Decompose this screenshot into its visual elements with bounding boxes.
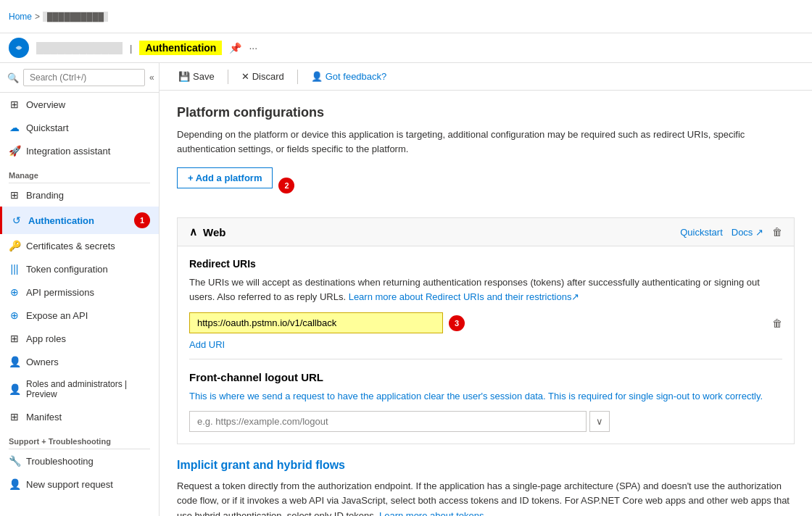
troubleshooting-icon: 🔧 xyxy=(9,455,20,467)
redirect-learn-more-link[interactable]: Learn more about Redirect URIs and their… xyxy=(349,291,580,302)
roles-admins-icon: 👤 xyxy=(9,383,20,395)
web-header-left: ∧ Web xyxy=(189,225,225,238)
more-icon[interactable]: ··· xyxy=(249,42,257,54)
search-icon: 🔍 xyxy=(7,72,19,83)
sidebar-item-branding[interactable]: ⊞ Branding xyxy=(0,183,159,207)
breadcrumb-home[interactable]: Home xyxy=(9,12,32,22)
top-bar: Home > ██████████ xyxy=(0,0,812,33)
sidebar-item-owners[interactable]: 👤 Owners xyxy=(0,350,159,373)
save-icon: 💾 xyxy=(178,71,190,82)
page-title: Authentication xyxy=(139,41,222,55)
manifest-icon: ⊞ xyxy=(9,411,20,423)
redirect-uri-title: Redirect URIs xyxy=(189,258,782,270)
sidebar-item-new-support[interactable]: 👤 New support request xyxy=(0,473,159,496)
web-section: ∧ Web Quickstart Docs ↗ 🗑 Redirect URIs xyxy=(177,217,795,444)
sidebar: 🔍 « ⊞ Overview ☁ Quickstart 🚀 Integratio… xyxy=(0,63,160,516)
delete-web-icon[interactable]: 🗑 xyxy=(772,226,782,238)
web-quickstart-link[interactable]: Quickstart xyxy=(680,227,723,238)
portal-icon xyxy=(9,38,29,58)
sidebar-item-manifest[interactable]: ⊞ Manifest xyxy=(0,405,159,428)
save-button[interactable]: 💾 Save xyxy=(171,67,222,86)
redirect-uri-input[interactable] xyxy=(189,312,443,333)
annotation-3: 3 xyxy=(449,315,465,331)
web-body: Redirect URIs The URIs we will accept as… xyxy=(178,246,794,444)
collapse-web-icon[interactable]: ∧ xyxy=(189,225,197,238)
uri-row: 3 🗑 xyxy=(189,312,782,333)
sidebar-item-authentication[interactable]: ↺ Authentication 1 xyxy=(0,207,159,234)
expose-api-icon: ⊕ xyxy=(9,309,20,321)
main-content: Platform configurations Depending on the… xyxy=(160,91,812,516)
implicit-desc: Request a token directly from the author… xyxy=(177,479,795,517)
certificates-icon: 🔑 xyxy=(9,240,20,251)
manage-section-label: Manage xyxy=(0,162,159,183)
support-section-label: Support + Troubleshooting xyxy=(0,428,159,449)
app-header: ████████████ | Authentication 📌 ··· xyxy=(0,33,812,63)
quickstart-icon: ☁ xyxy=(9,122,20,133)
feedback-button[interactable]: 👤 Got feedback? xyxy=(304,67,394,86)
delete-uri-icon[interactable]: 🗑 xyxy=(772,317,782,329)
token-config-icon: ||| xyxy=(9,263,20,275)
web-header: ∧ Web Quickstart Docs ↗ 🗑 xyxy=(178,218,794,246)
sidebar-item-expose-api[interactable]: ⊕ Expose an API xyxy=(0,304,159,327)
sidebar-item-overview[interactable]: ⊞ Overview xyxy=(0,93,159,116)
sidebar-item-token-config[interactable]: ||| Token configuration xyxy=(0,257,159,280)
platform-config-title: Platform configurations xyxy=(177,105,795,120)
search-input[interactable] xyxy=(23,69,145,86)
sidebar-item-certificates[interactable]: 🔑 Certificates & secrets xyxy=(0,234,159,257)
breadcrumb-app: ██████████ xyxy=(43,12,108,22)
breadcrumb: Home > ██████████ xyxy=(9,12,108,22)
feedback-icon: 👤 xyxy=(311,71,323,82)
fc-desc: This is where we send a request to have … xyxy=(189,389,782,404)
breadcrumb-sep: > xyxy=(35,12,40,22)
new-support-icon: 👤 xyxy=(9,478,20,490)
sidebar-item-app-roles[interactable]: ⊞ App roles xyxy=(0,327,159,350)
add-uri-link[interactable]: Add URI xyxy=(189,339,782,350)
integration-icon: 🚀 xyxy=(9,145,20,157)
platform-config-desc: Depending on the platform or device this… xyxy=(177,128,795,156)
search-box: 🔍 « xyxy=(0,63,159,93)
sidebar-item-quickstart[interactable]: ☁ Quickstart xyxy=(0,116,159,139)
toolbar: 💾 Save ✕ Discard 👤 Got feedback? xyxy=(160,63,812,91)
implicit-learn-more-link[interactable]: Learn more about tokens xyxy=(379,510,484,516)
discard-button[interactable]: ✕ Discard xyxy=(234,67,291,86)
sidebar-item-troubleshooting[interactable]: 🔧 Troubleshooting xyxy=(0,449,159,473)
branding-icon: ⊞ xyxy=(9,189,20,201)
annotation-2: 2 xyxy=(278,178,294,194)
external-link-icon: ↗ xyxy=(755,227,763,238)
add-platform-button[interactable]: + Add a platform xyxy=(177,167,273,188)
web-section-title: Web xyxy=(203,226,225,238)
redirect-uri-desc: The URIs we will accept as destinations … xyxy=(189,275,782,304)
web-header-right: Quickstart Docs ↗ 🗑 xyxy=(680,226,782,238)
api-permissions-icon: ⊕ xyxy=(9,286,20,298)
authentication-icon: ↺ xyxy=(11,215,22,226)
sidebar-item-roles-admins[interactable]: 👤 Roles and administrators | Preview xyxy=(0,373,159,405)
web-docs-link[interactable]: Docs ↗ xyxy=(732,227,763,238)
annotation-1: 1 xyxy=(134,212,150,228)
fc-logout-url-input[interactable] xyxy=(189,411,587,432)
sidebar-item-integration[interactable]: 🚀 Integration assistant xyxy=(0,139,159,162)
implicit-section: Implicit grant and hybrid flows Request … xyxy=(177,459,795,517)
sidebar-item-api-permissions[interactable]: ⊕ API permissions xyxy=(0,280,159,304)
front-channel-section: Front-channel logout URL This is where w… xyxy=(189,359,782,432)
collapse-btn[interactable]: « xyxy=(149,72,154,83)
app-roles-icon: ⊞ xyxy=(9,333,20,344)
app-name-blurred: ████████████ xyxy=(36,42,123,54)
owners-icon: 👤 xyxy=(9,356,20,367)
fc-title: Front-channel logout URL xyxy=(189,371,782,383)
pin-icon[interactable]: 📌 xyxy=(229,42,241,54)
toolbar-separator-2 xyxy=(297,70,298,84)
implicit-title: Implicit grant and hybrid flows xyxy=(177,459,795,472)
header-sep: | xyxy=(130,43,132,54)
overview-icon: ⊞ xyxy=(9,99,20,110)
discard-icon: ✕ xyxy=(241,71,249,82)
toolbar-separator-1 xyxy=(228,70,228,84)
fc-dropdown-icon[interactable]: ∨ xyxy=(589,411,610,432)
